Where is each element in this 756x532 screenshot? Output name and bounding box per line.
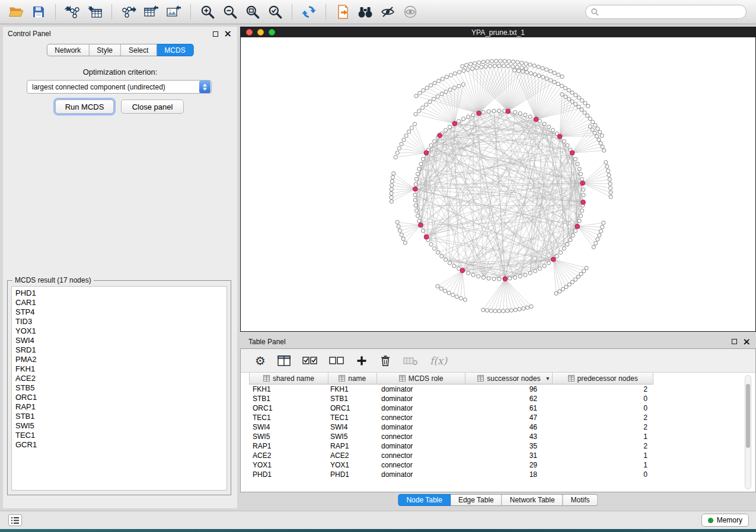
close-panel-button[interactable]: Close panel — [121, 100, 184, 114]
search-network-button[interactable] — [354, 2, 377, 22]
plus-icon — [356, 355, 368, 367]
zoom-selected-button[interactable] — [264, 2, 286, 22]
mcds-result-item[interactable]: ORC1 — [12, 393, 227, 402]
mcds-result-item[interactable]: PHD1 — [12, 289, 227, 298]
table-row[interactable]: YOX1YOX1connector291 — [249, 460, 653, 470]
mcds-result-item[interactable]: ACE2 — [12, 374, 227, 383]
table-row[interactable]: SWI4SWI4dominator462 — [249, 422, 653, 432]
mcds-result-item[interactable]: STB1 — [12, 412, 227, 421]
network-canvas[interactable] — [241, 37, 755, 331]
table-row[interactable]: RAP1RAP1dominator352 — [249, 441, 653, 451]
table-panel-body: ⚙ f(x) — [240, 348, 756, 492]
import-table-button[interactable] — [84, 2, 106, 22]
control-panel-header: Control Panel × — [3, 27, 237, 41]
export-network-icon — [121, 5, 136, 19]
tab-select[interactable]: Select — [121, 44, 157, 56]
network-window-titlebar[interactable]: YPA_prune.txt_1 — [241, 27, 755, 37]
delete-row-button[interactable] — [379, 352, 392, 370]
mcds-result-item[interactable]: STP4 — [12, 307, 227, 317]
mcds-result-item[interactable]: TEC1 — [12, 431, 227, 440]
export-table-button[interactable] — [140, 2, 162, 22]
tab-motifs[interactable]: Motifs — [563, 494, 598, 506]
mcds-result-item[interactable]: RAP1 — [12, 402, 227, 412]
table-cell: 46 — [465, 422, 553, 432]
table-row[interactable]: PHD1PHD1dominator180 — [249, 470, 653, 479]
function-builder-button[interactable]: f(x) — [430, 352, 447, 370]
select-all-button[interactable] — [302, 352, 318, 370]
column-header-mcds-role[interactable]: MCDS role — [377, 373, 466, 384]
table-toolbar: ⚙ f(x) — [241, 349, 755, 373]
mcds-result-item[interactable]: PMA2 — [12, 355, 227, 364]
table-settings-button[interactable]: ⚙ — [255, 352, 266, 370]
hide-details-button[interactable] — [377, 2, 399, 22]
clone-network-button[interactable] — [331, 2, 354, 22]
sort-chevron-icon[interactable]: ▾ — [546, 375, 549, 382]
mcds-result-item[interactable]: YOX1 — [12, 326, 227, 336]
mcds-result-item[interactable]: SRD1 — [12, 345, 227, 355]
memory-button[interactable]: Memory — [701, 514, 749, 527]
mcds-result-item[interactable]: SWI4 — [12, 336, 227, 345]
apply-layout-button[interactable] — [298, 2, 320, 22]
window-minimize-traffic-light[interactable] — [257, 29, 264, 36]
mcds-result-item[interactable]: FKH1 — [12, 364, 227, 374]
float-table-panel-icon[interactable] — [732, 339, 737, 344]
search-box[interactable] — [585, 5, 747, 19]
table-row[interactable]: SWI5SWI5connector431 — [249, 432, 653, 441]
table-scrollbar[interactable] — [745, 375, 751, 489]
window-zoom-traffic-light[interactable] — [269, 29, 275, 36]
add-row-button[interactable] — [356, 352, 368, 370]
close-table-panel-icon[interactable]: × — [743, 339, 751, 345]
tab-mcds[interactable]: MCDS — [157, 44, 193, 56]
show-columns-button[interactable] — [277, 352, 291, 370]
table-cell: 0 — [553, 394, 653, 403]
unselect-all-button[interactable] — [329, 352, 344, 370]
table-cell: 1 — [553, 460, 653, 470]
table-row[interactable]: FKH1FKH1dominator962 — [249, 384, 653, 394]
zoom-fit-button[interactable] — [241, 2, 264, 22]
table-row[interactable]: ORC1ORC1dominator610 — [249, 403, 653, 413]
tab-style[interactable]: Style — [89, 44, 121, 56]
export-image-button[interactable] — [162, 2, 185, 22]
table-row[interactable]: STB1STB1dominator620 — [249, 394, 653, 403]
criterion-dropdown[interactable]: largest connected component (undirected) — [27, 80, 212, 94]
clear-function-button[interactable] — [403, 352, 419, 370]
panel-toggle-button[interactable] — [8, 514, 22, 526]
close-panel-icon[interactable]: × — [224, 31, 232, 37]
mcds-result-item[interactable]: GCR1 — [12, 440, 227, 450]
show-details-button[interactable] — [399, 2, 422, 22]
mcds-result-item[interactable]: CAR1 — [12, 298, 227, 307]
eye-icon — [403, 5, 418, 19]
network-window-title: YPA_prune.txt_1 — [241, 28, 755, 37]
mcds-result-item[interactable]: TID3 — [12, 317, 227, 326]
table-cell: 62 — [465, 394, 553, 403]
tab-edge-table[interactable]: Edge Table — [451, 494, 502, 506]
run-mcds-button[interactable]: Run MCDS — [55, 100, 114, 114]
tab-network-table[interactable]: Network Table — [502, 494, 563, 506]
table-row[interactable]: TEC1TEC1connector472 — [249, 413, 653, 422]
zoom-out-button[interactable] — [219, 2, 241, 22]
column-header-predecessor-nodes[interactable]: predecessor nodes — [553, 373, 653, 384]
tab-node-table[interactable]: Node Table — [398, 494, 451, 506]
float-panel-icon[interactable] — [213, 31, 218, 37]
control-panel-title: Control Panel — [8, 30, 51, 38]
search-input[interactable] — [602, 8, 741, 16]
table-row[interactable]: ACE2ACE2connector311 — [249, 451, 653, 460]
control-panel: Control Panel × Network Style Select MCD… — [3, 27, 237, 508]
mcds-result-list[interactable]: PHD1CAR1STP4TID3YOX1SWI4SRD1PMA2FKH1ACE2… — [11, 286, 227, 491]
column-header-successor-nodes[interactable]: successor nodes ▾ — [465, 373, 553, 384]
zoom-in-button[interactable] — [196, 2, 219, 22]
table-scrollbar-thumb[interactable] — [746, 384, 750, 448]
network-graph-svg[interactable] — [241, 37, 755, 331]
mcds-result-item[interactable]: STB5 — [12, 383, 227, 393]
column-header-shared-name[interactable]: shared name — [250, 373, 328, 384]
column-header-name[interactable]: name — [328, 373, 377, 384]
save-session-button[interactable] — [27, 2, 50, 22]
table-cell: connector — [377, 451, 465, 460]
mcds-result-item[interactable]: SWI5 — [12, 421, 227, 431]
import-network-button[interactable] — [61, 2, 84, 22]
open-session-button[interactable] — [5, 2, 27, 22]
window-close-traffic-light[interactable] — [246, 29, 253, 36]
tab-network[interactable]: Network — [46, 44, 89, 56]
export-network-button[interactable] — [117, 2, 140, 22]
table-cell: 96 — [465, 384, 553, 394]
